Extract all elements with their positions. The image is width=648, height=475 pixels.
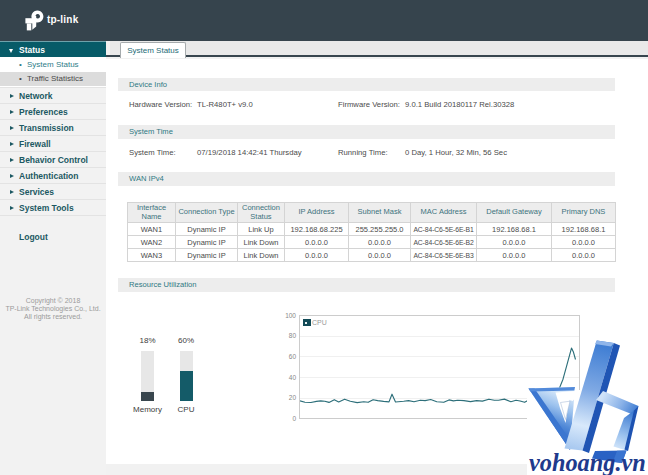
svg-text:vohoang.vn: vohoang.vn: [529, 449, 646, 475]
